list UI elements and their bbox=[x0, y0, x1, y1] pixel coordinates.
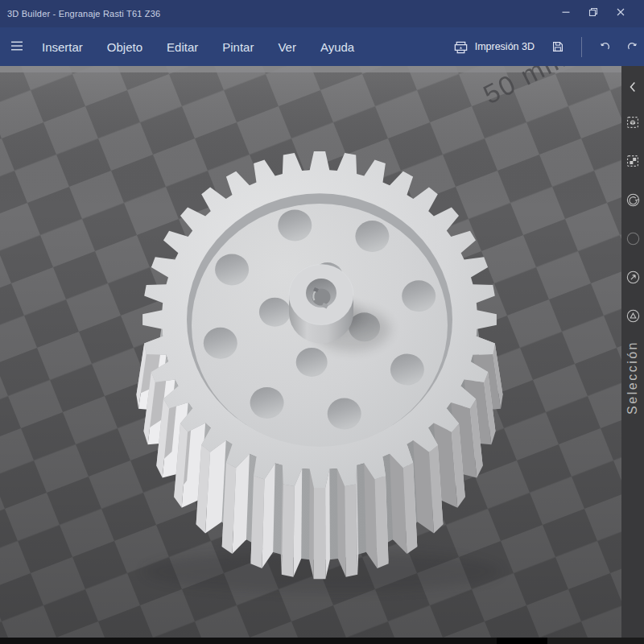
orbit-circle-icon bbox=[625, 230, 642, 247]
3d-builder-window: 3D Builder - Engranaje Rasti T61 Z36 bbox=[0, 0, 644, 644]
rotate-view-icon bbox=[625, 192, 642, 208]
print-3d-label: Impresión 3D bbox=[475, 41, 535, 52]
main-menu: Insertar Objeto Editar Pintar Ver Ayuda bbox=[40, 39, 356, 56]
chevron-left-icon bbox=[625, 79, 641, 95]
undo-icon bbox=[597, 39, 613, 55]
frame-object-icon bbox=[625, 308, 642, 324]
select-object-button[interactable] bbox=[623, 113, 642, 132]
bottom-strip-gap bbox=[497, 638, 547, 644]
orbit-view-button[interactable] bbox=[623, 229, 642, 248]
selection-panel-label: Selección bbox=[625, 341, 640, 415]
minimize-button[interactable] bbox=[557, 3, 575, 21]
minimize-icon bbox=[561, 7, 571, 17]
select-multiple-icon bbox=[624, 152, 642, 170]
printer-3d-icon bbox=[452, 39, 469, 56]
titlebar: 3D Builder - Engranaje Rasti T61 Z36 bbox=[0, 0, 644, 27]
rotate-view-button[interactable] bbox=[623, 190, 642, 209]
selection-sidebar: Selección bbox=[621, 66, 644, 638]
restore-button[interactable] bbox=[584, 3, 602, 21]
menu-item-ayuda[interactable]: Ayuda bbox=[319, 39, 356, 56]
menu-item-pintar[interactable]: Pintar bbox=[221, 39, 255, 56]
menubar: Insertar Objeto Editar Pintar Ver Ayuda … bbox=[0, 27, 644, 66]
pan-arrow-icon bbox=[625, 269, 642, 286]
restore-icon bbox=[588, 7, 598, 17]
select-multiple-button[interactable] bbox=[623, 151, 642, 171]
close-icon bbox=[616, 7, 625, 17]
hamburger-menu-button[interactable] bbox=[6, 37, 27, 57]
close-button[interactable] bbox=[612, 3, 630, 21]
undo-button[interactable] bbox=[597, 39, 613, 55]
select-object-icon bbox=[624, 114, 642, 131]
save-icon bbox=[550, 39, 566, 55]
menu-item-ver[interactable]: Ver bbox=[276, 39, 298, 56]
menu-item-objeto[interactable]: Objeto bbox=[105, 39, 144, 56]
hamburger-icon bbox=[10, 40, 24, 52]
window-title: 3D Builder - Engranaje Rasti T61 Z36 bbox=[7, 9, 160, 19]
toolbar-separator bbox=[581, 37, 582, 57]
gear-hub bbox=[289, 265, 353, 344]
menu-item-insertar[interactable]: Insertar bbox=[40, 39, 85, 56]
print-3d-button[interactable]: Impresión 3D bbox=[448, 38, 539, 56]
pan-view-button[interactable] bbox=[623, 267, 642, 287]
collapse-panel-button[interactable] bbox=[623, 77, 642, 97]
toolbar-right: Impresión 3D bbox=[448, 37, 640, 57]
bottom-strip-right bbox=[547, 638, 644, 644]
bottom-edge-strip bbox=[0, 638, 644, 644]
menu-item-editar[interactable]: Editar bbox=[165, 39, 200, 56]
scene-canvas: 50 mm bbox=[0, 66, 621, 638]
window-controls bbox=[557, 3, 630, 21]
redo-icon bbox=[624, 39, 640, 55]
viewport-3d[interactable]: 50 mm bbox=[0, 66, 621, 638]
frame-object-button[interactable] bbox=[623, 306, 642, 325]
redo-button[interactable] bbox=[624, 39, 640, 55]
save-button[interactable] bbox=[550, 39, 566, 55]
